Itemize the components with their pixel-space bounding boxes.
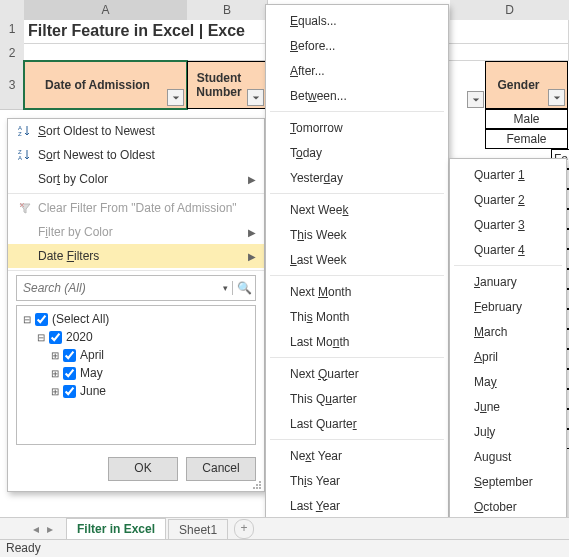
date-filters-menu: Equals... Before... After... Between... …: [265, 4, 449, 557]
mi-equals[interactable]: Equals...: [266, 8, 448, 33]
row-header-3[interactable]: 3: [0, 61, 25, 110]
sort-oldest-newest[interactable]: AZ Sort Oldest to Newest: [8, 119, 264, 143]
sort-desc-icon: ZA: [16, 148, 34, 162]
header-date-of-admission[interactable]: Date of Admission: [24, 61, 187, 109]
filter-search-input[interactable]: [17, 279, 218, 297]
col-header-A[interactable]: A: [24, 0, 188, 22]
mi-march[interactable]: March: [450, 319, 566, 344]
tab-nav-icons[interactable]: ◂▸: [30, 522, 56, 536]
cell-gender-1[interactable]: Male: [485, 109, 568, 129]
label: September: [474, 475, 533, 489]
mi-today[interactable]: Today: [266, 140, 448, 165]
mi-this-quarter[interactable]: This Quarter: [266, 386, 448, 411]
tree-month-april[interactable]: ⊞ April: [21, 346, 251, 364]
tree-year-2020[interactable]: ⊟ 2020: [21, 328, 251, 346]
row-header-1[interactable]: 1: [0, 20, 25, 45]
mi-q1[interactable]: Quarter 1: [450, 162, 566, 187]
mi-january[interactable]: January: [450, 269, 566, 294]
mi-next-week[interactable]: Next Week: [266, 197, 448, 222]
mi-before[interactable]: Before...: [266, 33, 448, 58]
filter-button-C[interactable]: [467, 91, 484, 108]
tree-select-all[interactable]: ⊟ (Select All): [21, 310, 251, 328]
mi-q2[interactable]: Quarter 2: [450, 187, 566, 212]
label: January: [474, 275, 517, 289]
mi-after[interactable]: After...: [266, 58, 448, 83]
search-scope-dropdown[interactable]: ▾: [218, 283, 232, 293]
mi-this-month[interactable]: This Month: [266, 304, 448, 329]
label: Quarter 4: [474, 243, 525, 257]
header-gender[interactable]: Gender: [485, 61, 568, 109]
cell-gender-2[interactable]: Female: [485, 129, 568, 149]
select-all-corner[interactable]: [0, 0, 25, 21]
expand-icon[interactable]: ⊞: [49, 386, 61, 397]
cancel-button[interactable]: Cancel: [186, 457, 256, 481]
header-student-number[interactable]: Student Number: [187, 61, 267, 109]
checkbox-may[interactable]: [63, 367, 76, 380]
label: May: [80, 366, 103, 380]
filter-button-D[interactable]: [548, 89, 565, 106]
filter-values-tree[interactable]: ⊟ (Select All) ⊟ 2020 ⊞ April ⊞ May ⊞ Ju…: [16, 305, 256, 445]
label: Sort Newest to Oldest: [34, 148, 256, 162]
checkbox-april[interactable]: [63, 349, 76, 362]
filter-panel: AZ Sort Oldest to Newest ZA Sort Newest …: [7, 118, 265, 492]
svg-text:Z: Z: [18, 131, 22, 137]
mi-last-year[interactable]: Last Year: [266, 493, 448, 518]
sort-newest-oldest[interactable]: ZA Sort Newest to Oldest: [8, 143, 264, 167]
col-header-D[interactable]: D: [450, 0, 569, 21]
tree-month-june[interactable]: ⊞ June: [21, 382, 251, 400]
label: This Month: [290, 310, 349, 324]
collapse-icon[interactable]: ⊟: [35, 332, 47, 343]
mi-this-year[interactable]: This Year: [266, 468, 448, 493]
expand-icon[interactable]: ⊞: [49, 350, 61, 361]
add-sheet-button[interactable]: +: [234, 519, 254, 539]
tab-sheet1[interactable]: Sheet1: [168, 519, 228, 540]
svg-point-9: [253, 487, 255, 489]
separator: [8, 193, 264, 194]
mi-august[interactable]: August: [450, 444, 566, 469]
mi-next-quarter[interactable]: Next Quarter: [266, 361, 448, 386]
mi-q3[interactable]: Quarter 3: [450, 212, 566, 237]
svg-point-7: [259, 487, 261, 489]
mi-june[interactable]: June: [450, 394, 566, 419]
mi-tomorrow[interactable]: Tomorrow: [266, 115, 448, 140]
row-header-2[interactable]: 2: [0, 44, 25, 62]
ok-button[interactable]: OK: [108, 457, 178, 481]
label: Clear Filter From "Date of Admission": [34, 201, 256, 215]
checkbox-2020[interactable]: [49, 331, 62, 344]
separator: [454, 265, 562, 266]
mi-next-month[interactable]: Next Month: [266, 279, 448, 304]
separator: [270, 357, 444, 358]
mi-last-month[interactable]: Last Month: [266, 329, 448, 354]
mi-last-week[interactable]: Last Week: [266, 247, 448, 272]
tree-month-may[interactable]: ⊞ May: [21, 364, 251, 382]
submenu-arrow-icon: ▶: [248, 174, 256, 185]
resize-grip-icon[interactable]: [252, 479, 262, 489]
label: Sort Oldest to Newest: [34, 124, 256, 138]
label: April: [474, 350, 498, 364]
col-header-B[interactable]: B: [187, 0, 268, 21]
mi-between[interactable]: Between...: [266, 83, 448, 108]
checkbox-select-all[interactable]: [35, 313, 48, 326]
mi-q4[interactable]: Quarter 4: [450, 237, 566, 262]
expand-icon[interactable]: ⊞: [49, 368, 61, 379]
mi-this-week[interactable]: This Week: [266, 222, 448, 247]
mi-october[interactable]: October: [450, 494, 566, 519]
label: Last Week: [290, 253, 347, 267]
mi-april[interactable]: April: [450, 344, 566, 369]
collapse-icon[interactable]: ⊟: [21, 314, 33, 325]
checkbox-june[interactable]: [63, 385, 76, 398]
mi-september[interactable]: September: [450, 469, 566, 494]
filter-button-B[interactable]: [247, 89, 264, 106]
sort-by-color[interactable]: Sort by Color ▶: [8, 167, 264, 191]
filter-search[interactable]: ▾ 🔍: [16, 275, 256, 301]
filter-button-A[interactable]: [167, 89, 184, 106]
header-label: Student Number: [188, 71, 250, 99]
tab-filter-in-excel[interactable]: Filter in Excel: [66, 518, 166, 541]
mi-last-quarter[interactable]: Last Quarter: [266, 411, 448, 436]
mi-next-year[interactable]: Next Year: [266, 443, 448, 468]
mi-yesterday[interactable]: Yesterday: [266, 165, 448, 190]
date-filters[interactable]: Date Filters ▶: [8, 244, 264, 268]
mi-february[interactable]: February: [450, 294, 566, 319]
mi-may[interactable]: May: [450, 369, 566, 394]
mi-july[interactable]: July: [450, 419, 566, 444]
